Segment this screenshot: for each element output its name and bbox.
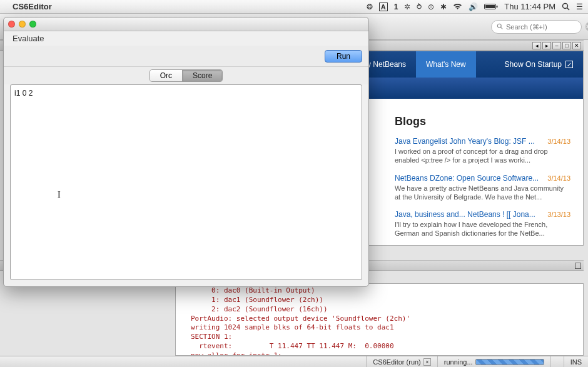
search-icon bbox=[497, 23, 504, 30]
code-editor[interactable]: i1 0 2 I bbox=[10, 84, 362, 280]
start-page: y NetBeans What's New Show On Startup ✓ … bbox=[357, 51, 584, 246]
startpage-banner bbox=[357, 78, 583, 99]
text-cursor-icon: I bbox=[58, 190, 61, 200]
evernote2-icon[interactable]: ✲ bbox=[404, 3, 410, 11]
blog-link[interactable]: Java Evangelist John Yeary's Blog: JSF .… bbox=[395, 137, 535, 146]
show-on-startup-checkbox[interactable]: ✓ bbox=[565, 61, 573, 68]
wifi-icon[interactable] bbox=[453, 3, 462, 10]
startpage-body: Blogs Java Evangelist John Yeary's Blog:… bbox=[357, 99, 583, 246]
startpage-tabs: y NetBeans What's New Show On Startup ✓ bbox=[357, 51, 583, 78]
menubar-status-icons: ❂ A 1 ✲ ⥁ ⊙ ✱ 🔊 Thu 11:44 PM ☰ bbox=[367, 2, 583, 11]
svg-line-4 bbox=[567, 8, 570, 11]
panel-close-button[interactable]: ✕ bbox=[572, 42, 581, 49]
status-bar: CS6Editor (run) × running... INS bbox=[0, 356, 588, 367]
evaluate-titlebar[interactable] bbox=[4, 18, 368, 31]
progress-bar bbox=[475, 359, 544, 365]
run-button[interactable]: Run bbox=[325, 50, 362, 63]
blog-excerpt: I'll try to explain how I have developed… bbox=[395, 220, 570, 238]
svg-rect-1 bbox=[497, 6, 498, 8]
clear-search-icon[interactable]: ✕ bbox=[585, 23, 588, 31]
notification-icon[interactable]: ☰ bbox=[576, 3, 583, 11]
show-on-startup-label: Show On Startup bbox=[505, 60, 562, 69]
search-field[interactable]: ✕ bbox=[491, 20, 582, 34]
orc-tab[interactable]: Orc bbox=[150, 70, 182, 81]
evernote-icon[interactable]: ❂ bbox=[367, 3, 373, 11]
search-input[interactable] bbox=[506, 23, 583, 31]
status-process[interactable]: CS6Editor (run) × bbox=[366, 356, 437, 367]
spotlight-icon[interactable] bbox=[562, 3, 570, 11]
tab-whats-new[interactable]: What's New bbox=[416, 51, 476, 78]
blog-item: Java Evangelist John Yeary's Blog: JSF .… bbox=[395, 137, 570, 165]
number-icon[interactable]: 1 bbox=[394, 3, 398, 11]
status-process-close-icon[interactable]: × bbox=[423, 358, 431, 366]
evaluate-toolbar: Run bbox=[4, 46, 368, 67]
status-divider bbox=[550, 356, 564, 367]
blog-date: 3/13/13 bbox=[547, 211, 570, 218]
svg-point-3 bbox=[563, 4, 568, 9]
svg-point-5 bbox=[497, 24, 501, 28]
adobe-icon[interactable]: A bbox=[379, 3, 388, 11]
panel-maximize-button[interactable]: □ bbox=[562, 42, 571, 49]
blog-excerpt: I worked on a proof of concept for a dra… bbox=[395, 147, 570, 165]
status-insert-mode: INS bbox=[564, 356, 588, 367]
window-close-button[interactable] bbox=[8, 21, 15, 28]
blog-item: Java, business and... NetBeans ! [[ Jona… bbox=[395, 210, 570, 238]
blog-date: 3/14/13 bbox=[547, 174, 570, 182]
activity-icon[interactable]: ⊙ bbox=[428, 3, 434, 11]
mac-menubar: CS6Editor ❂ A 1 ✲ ⥁ ⊙ ✱ 🔊 Thu 11:44 PM ☰ bbox=[0, 0, 588, 14]
evaluate-tabs: Orc Score bbox=[4, 67, 368, 84]
window-minimize-button[interactable] bbox=[19, 21, 26, 28]
editor-content: i1 0 2 bbox=[14, 89, 33, 98]
evaluate-title: Evaluate bbox=[8, 31, 368, 46]
evaluate-window: Evaluate Run Orc Score i1 0 2 I bbox=[3, 17, 369, 287]
svg-line-6 bbox=[501, 28, 503, 29]
blog-link[interactable]: NetBeans DZone: Open Source Software... bbox=[395, 174, 539, 183]
app-name[interactable]: CS6Editor bbox=[13, 2, 52, 11]
tab-show-on-startup[interactable]: Show On Startup ✓ bbox=[495, 51, 583, 78]
blog-link[interactable]: Java, business and... NetBeans ! [[ Jona… bbox=[395, 210, 535, 219]
output-console[interactable]: 0: dac0 (Built-in Output) 1: dac1 (Sound… bbox=[175, 283, 584, 356]
sync-icon[interactable]: ⥁ bbox=[417, 3, 422, 11]
bluetooth-icon[interactable]: ✱ bbox=[440, 3, 447, 11]
blog-date: 3/14/13 bbox=[547, 138, 570, 145]
blog-item: NetBeans DZone: Open Source Software...3… bbox=[395, 174, 570, 202]
window-zoom-button[interactable] bbox=[29, 21, 36, 28]
panel-next-button[interactable]: ▸ bbox=[542, 42, 551, 49]
battery-icon[interactable] bbox=[484, 3, 498, 10]
panel-minimize-button[interactable]: – bbox=[552, 42, 561, 49]
output-maximize-button[interactable]: □ bbox=[575, 260, 581, 271]
window-traffic-lights bbox=[8, 21, 36, 28]
blog-excerpt: We have a pretty active NetBeans and Jav… bbox=[395, 184, 570, 202]
panel-prev-button[interactable]: ◂ bbox=[532, 42, 541, 49]
menubar-clock[interactable]: Thu 11:44 PM bbox=[504, 2, 555, 11]
volume-icon[interactable]: 🔊 bbox=[469, 3, 478, 11]
blogs-heading: Blogs bbox=[395, 115, 570, 128]
svg-rect-2 bbox=[485, 5, 495, 8]
status-state: running... bbox=[437, 356, 550, 367]
score-tab[interactable]: Score bbox=[182, 70, 222, 81]
